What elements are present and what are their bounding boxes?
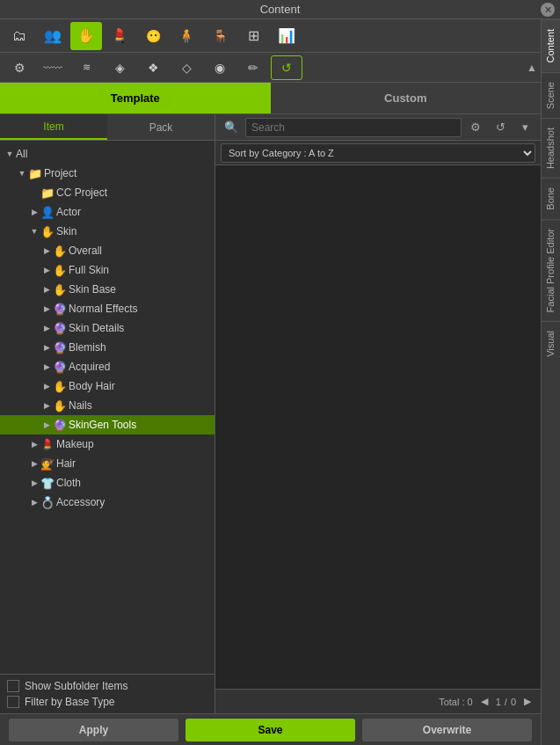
- arrow-project: ▼: [16, 169, 28, 178]
- save-button[interactable]: Save: [185, 719, 355, 741]
- tool7-icon[interactable]: ◉: [204, 55, 236, 80]
- tool9-icon[interactable]: ↺: [271, 55, 302, 80]
- expand-search-icon[interactable]: ▾: [514, 118, 535, 137]
- search-input[interactable]: [245, 118, 462, 137]
- expand-arrow-icon[interactable]: ▲: [527, 62, 537, 74]
- arrow-skingen: ▶: [40, 420, 53, 429]
- tree-label-hair: Hair: [56, 457, 211, 470]
- tree-item-normal-effects[interactable]: ▶ 🔮 Normal Effects: [0, 299, 215, 318]
- tree-item-nails[interactable]: ▶ ✋ Nails: [0, 396, 215, 415]
- tool2-icon[interactable]: 〰〰: [37, 55, 69, 80]
- content-grid: [215, 165, 541, 689]
- chart-icon[interactable]: 📊: [271, 22, 302, 50]
- tool6-icon[interactable]: ◇: [171, 55, 202, 80]
- tab-content[interactable]: Content: [542, 19, 560, 72]
- arrow-blemish: ▶: [40, 343, 53, 352]
- show-subfolder-checkbox[interactable]: [7, 680, 19, 692]
- arrow-body-hair: ▶: [40, 382, 53, 391]
- tree-label-accessory: Accessory: [56, 496, 211, 508]
- tree-item-cloth[interactable]: ▶ 👕 Cloth: [0, 473, 215, 493]
- arrow-cloth: ▶: [28, 478, 40, 487]
- next-page-btn[interactable]: ▶: [520, 694, 535, 710]
- folder-icon[interactable]: 🗂: [4, 22, 35, 50]
- person-icon[interactable]: 👥: [37, 22, 69, 50]
- filter-base-checkbox[interactable]: [7, 696, 19, 708]
- face-icon[interactable]: 😶: [137, 22, 169, 50]
- tab-facial-profile-editor[interactable]: Facial Profile Editor: [542, 219, 560, 321]
- tree-label-all: All: [16, 148, 211, 160]
- tree-label-skin-base: Skin Base: [69, 283, 211, 296]
- search-bar: 🔍 ⚙ ↺ ▾: [215, 114, 541, 141]
- tree-item-skingen-tools[interactable]: ▶ 🔮 SkinGen Tools: [0, 415, 215, 435]
- tree-view[interactable]: ▼ All ▼ 📁 Project 📁 CC Project ▶: [0, 141, 215, 674]
- tree-item-full-skin[interactable]: ▶ ✋ Full Skin: [0, 260, 215, 280]
- pagination-bar: Total : 0 ◀ 1 / 0 ▶: [215, 689, 541, 713]
- overall-icon: ✋: [53, 245, 67, 258]
- title-bar: Content ✕: [0, 0, 560, 19]
- tree-label-full-skin: Full Skin: [69, 264, 211, 276]
- tree-item-all[interactable]: ▼ All: [0, 144, 215, 164]
- tree-item-project[interactable]: ▼ 📁 Project: [0, 164, 215, 183]
- grid-icon[interactable]: ⊞: [237, 22, 269, 50]
- tool5-icon[interactable]: ❖: [137, 55, 169, 80]
- tree-item-accessory[interactable]: ▶ 💍 Accessory: [0, 493, 215, 512]
- tree-item-acquired[interactable]: ▶ 🔮 Acquired: [0, 357, 215, 376]
- tool4-icon[interactable]: ◈: [104, 55, 135, 80]
- tree-label-skingen: SkinGen Tools: [69, 419, 211, 431]
- arrow-makeup: ▶: [28, 440, 40, 449]
- sort-select[interactable]: Sort by Category : A to Z Sort by Name :…: [221, 143, 535, 163]
- skingen-icon: 🔮: [53, 419, 67, 432]
- filter-icon[interactable]: ⚙: [465, 118, 486, 137]
- window-title: Content: [260, 3, 301, 16]
- tree-item-cc-project[interactable]: 📁 CC Project: [0, 183, 215, 202]
- full-skin-icon: ✋: [53, 264, 67, 277]
- skin-tree-icon: ✋: [40, 225, 55, 238]
- tree-item-hair[interactable]: ▶ 💇 Hair: [0, 454, 215, 473]
- body-icon[interactable]: 🧍: [171, 22, 202, 50]
- tree-item-skin[interactable]: ▼ ✋ Skin: [0, 222, 215, 241]
- skin-icon[interactable]: ✋: [70, 22, 102, 50]
- prev-page-btn[interactable]: ◀: [476, 694, 492, 710]
- tree-item-skin-base[interactable]: ▶ ✋ Skin Base: [0, 280, 215, 299]
- total-pages: 0: [511, 697, 516, 707]
- overwrite-button[interactable]: Overwrite: [362, 719, 532, 741]
- chair-icon[interactable]: 🪑: [204, 22, 236, 50]
- filter-base-row[interactable]: Filter by Base Type: [7, 696, 207, 708]
- left-panel: Item Pack ▼ All ▼ 📁 Project: [0, 114, 215, 713]
- tree-item-blemish[interactable]: ▶ 🔮 Blemish: [0, 338, 215, 357]
- filter-base-label: Filter by Base Type: [25, 696, 115, 708]
- tree-label-overall: Overall: [69, 245, 211, 257]
- arrow-full-skin: ▶: [40, 266, 53, 274]
- arrow-acquired: ▶: [40, 362, 53, 371]
- tool1-icon[interactable]: ⚙: [4, 55, 35, 80]
- tab-bone[interactable]: Bone: [542, 178, 560, 219]
- tree-item-actor[interactable]: ▶ 👤 Actor: [0, 202, 215, 222]
- arrow-all: ▼: [4, 150, 16, 158]
- tree-label-actor: Actor: [56, 206, 211, 218]
- tree-item-overall[interactable]: ▶ ✋ Overall: [0, 241, 215, 260]
- current-page: 1: [496, 697, 501, 707]
- tree-item-body-hair[interactable]: ▶ ✋ Body Hair: [0, 376, 215, 396]
- tree-label-nails: Nails: [69, 399, 211, 412]
- tab-scene[interactable]: Scene: [542, 72, 560, 118]
- tool3-icon[interactable]: ≋: [70, 55, 102, 80]
- refresh-icon[interactable]: ↺: [490, 118, 511, 137]
- nails-icon: ✋: [53, 399, 67, 413]
- folder-cc-icon: 📁: [40, 186, 55, 200]
- tab-visual[interactable]: Visual: [542, 321, 560, 366]
- arrow-skin-details: ▶: [40, 324, 53, 332]
- close-button[interactable]: ✕: [541, 3, 555, 17]
- person-actor-icon: 👤: [40, 206, 55, 219]
- show-subfolder-row[interactable]: Show Subfolder Items: [7, 680, 207, 692]
- tree-item-makeup[interactable]: ▶ 💄 Makeup: [0, 435, 215, 454]
- pack-tab[interactable]: Pack: [107, 114, 215, 140]
- tab-headshot[interactable]: Headshot: [542, 118, 560, 178]
- item-tab[interactable]: Item: [0, 114, 107, 140]
- tool8-icon[interactable]: ✏: [237, 55, 269, 80]
- apply-button[interactable]: Apply: [9, 719, 178, 741]
- template-tab[interactable]: Template: [0, 83, 271, 113]
- tree-item-skin-details[interactable]: ▶ 🔮 Skin Details: [0, 318, 215, 338]
- custom-tab[interactable]: Custom: [271, 83, 542, 113]
- total-count: Total : 0: [439, 697, 473, 707]
- makeup-icon[interactable]: 💄: [104, 22, 135, 50]
